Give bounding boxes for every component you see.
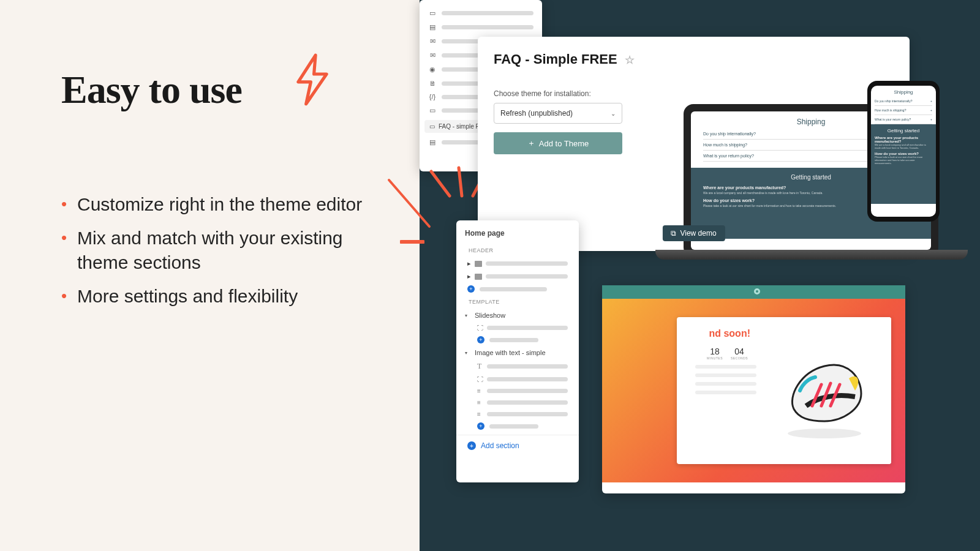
countdown-tile: 04SECONDS <box>728 347 750 360</box>
product-image <box>758 317 891 464</box>
countdown-tile: 18MINUTES <box>704 347 726 360</box>
add-to-theme-label: Add to Theme <box>539 139 589 148</box>
external-link-icon: ⧉ <box>671 229 676 238</box>
laptop-base <box>655 250 968 260</box>
theme-editor-panel: Home page HEADER ▸ ▸ + TEMPLATE ▾Slidesh… <box>456 220 579 482</box>
plus-icon: ＋ <box>527 138 535 149</box>
editor-title: Home page <box>456 220 579 244</box>
template-group-label: TEMPLATE <box>456 295 579 309</box>
bullet-list: Customize right in the theme editor Mix … <box>61 192 383 309</box>
left-column: Easy to use Customize right in the theme… <box>0 0 420 551</box>
right-column: FAQ - Simple FREE ☆ Choose theme for ins… <box>420 0 980 551</box>
section-slideshow[interactable]: ▾Slideshow <box>456 309 579 322</box>
theme-select[interactable]: Refresh (unpublished) ⌄ <box>494 103 622 124</box>
block-row[interactable]: ≡ <box>456 408 579 420</box>
spark-icon <box>425 165 480 214</box>
choose-theme-label: Choose theme for installation: <box>494 89 894 98</box>
block-row[interactable]: ▤ <box>420 20 542 34</box>
bullet-item: More settings and flexibility <box>61 284 383 309</box>
chevron-down-icon: ⌄ <box>611 110 616 117</box>
add-to-theme-button[interactable]: ＋ Add to Theme <box>494 132 622 154</box>
add-block-row[interactable]: + <box>456 334 579 346</box>
add-block-row[interactable]: + <box>456 283 579 295</box>
bullet-item: Mix and match with your existing theme s… <box>61 226 383 276</box>
header-group-label: HEADER <box>456 244 579 257</box>
install-panel: FAQ - Simple FREE ☆ Choose theme for ins… <box>478 37 910 251</box>
block-row[interactable]: ⛶ <box>456 322 579 334</box>
view-demo-label: View demo <box>680 229 716 238</box>
install-title-text: FAQ - Simple FREE <box>494 51 617 67</box>
phone-preview: Shipping Do you ship internationally?+ H… <box>867 81 940 222</box>
view-demo-button[interactable]: ⧉ View demo <box>662 225 725 241</box>
star-icon[interactable]: ☆ <box>625 54 635 66</box>
svg-point-0 <box>788 429 861 438</box>
block-row[interactable]: T <box>456 359 579 373</box>
bullet-item: Customize right in the theme editor <box>61 192 383 217</box>
faq-row[interactable]: How much is shipping?+ <box>875 106 932 115</box>
add-section-button[interactable]: +Add section <box>456 435 579 456</box>
block-row[interactable]: ▭ <box>420 6 542 20</box>
section-row[interactable]: ▸ <box>456 257 579 270</box>
faq-row[interactable]: What is your return policy?+ <box>875 115 932 124</box>
section-image-text[interactable]: ▾Image with text - simple <box>456 346 579 359</box>
section-row[interactable]: ▸ <box>456 270 579 283</box>
block-row[interactable]: ≡ <box>456 397 579 408</box>
block-row[interactable]: ≡ <box>456 385 579 397</box>
phone-faq-heading: Shipping <box>871 86 936 97</box>
demo-headline: nd soon! <box>683 328 750 339</box>
theme-select-value: Refresh (unpublished) <box>500 109 573 118</box>
install-title: FAQ - Simple FREE ☆ <box>494 51 894 67</box>
faq-row[interactable]: Do you ship internationally?+ <box>875 97 932 106</box>
lightning-icon <box>288 52 337 107</box>
block-row[interactable]: ⛶ <box>456 373 579 385</box>
demo-site-panel: nd soon! 18MINUTES 04SECONDS <box>602 285 905 493</box>
add-block-row[interactable]: + <box>456 420 579 432</box>
